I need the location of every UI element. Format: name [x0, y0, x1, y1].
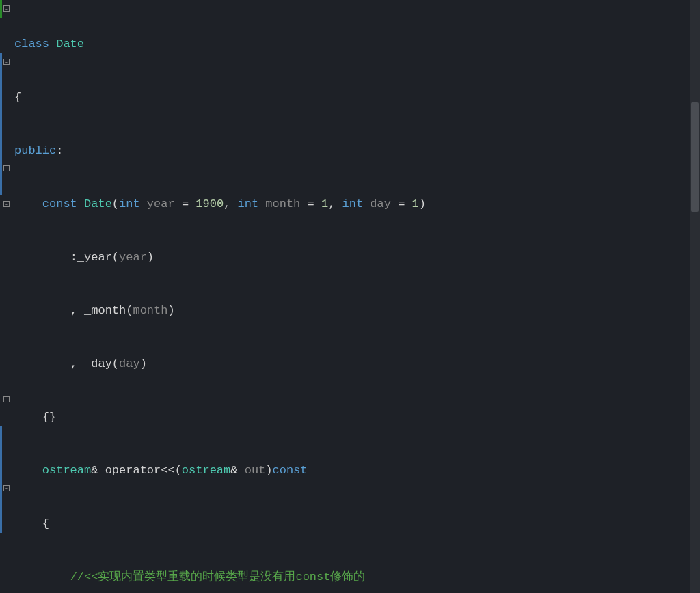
code-line: , _day(day) [13, 355, 700, 373]
code-line: { [13, 89, 700, 107]
change-bar [0, 426, 2, 533]
change-bar [0, 0, 2, 18]
fold-icon[interactable]: - [3, 59, 10, 65]
code-line: ostream& operator<<(ostream& out)const [13, 462, 700, 480]
code-line: :_year(year) [13, 249, 700, 266]
change-bar [0, 53, 2, 178]
code-area[interactable]: class Date { public: const Date(int year… [10, 0, 700, 593]
scrollbar-thumb[interactable] [691, 102, 699, 212]
code-line: //<<实现内置类型重载的时候类型是没有用const修饰的 [13, 568, 700, 586]
fold-icon[interactable]: - [3, 396, 10, 402]
code-line: public: [13, 142, 700, 160]
code-line: class Date [13, 36, 700, 53]
code-line: { [13, 515, 700, 533]
fold-icon[interactable]: - [3, 485, 10, 491]
fold-icon[interactable]: - [3, 5, 10, 12]
change-bar [0, 178, 2, 195]
code-line: const Date(int year = 1900, int month = … [13, 195, 700, 213]
code-line: , _month(month) [13, 302, 700, 320]
gutter: - - - - - - [0, 0, 10, 593]
fold-icon[interactable]: - [3, 165, 10, 171]
fold-icon[interactable]: - [3, 201, 10, 207]
code-line: {} [13, 409, 700, 426]
vertical-scrollbar[interactable] [690, 0, 700, 593]
code-editor: - - - - - - class Date { public: const D… [0, 0, 700, 593]
